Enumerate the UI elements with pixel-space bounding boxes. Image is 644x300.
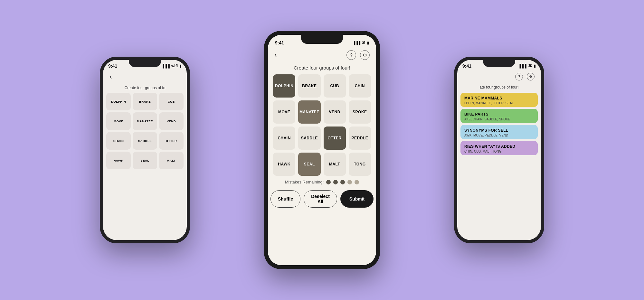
- phone-left: 9:41 ▐▐▐ wifi ▮ ‹ Create four groups of …: [100, 57, 190, 243]
- mistakes-label: Mistakes Remaining:: [285, 180, 324, 184]
- word-tile-left[interactable]: SEAL: [133, 152, 157, 169]
- status-icons-center: ▐▐▐ ⌘ ▮: [353, 41, 369, 45]
- word-grid-center: DOLPHINBRAKECUBCHINMOVEMANATEEVENDSPOKEC…: [268, 74, 376, 176]
- word-tile-center[interactable]: OTTER: [324, 127, 346, 150]
- category-title-words: RIES WHEN "A" IS ADDED: [464, 144, 534, 149]
- category-tile-bike: BIKE PARTS AKE, CHAIN, SADDLE, SPOKE: [460, 109, 538, 123]
- word-tile-left[interactable]: SADDLE: [133, 132, 157, 150]
- wifi-icon-r: ⌘: [528, 64, 532, 68]
- help-button-right[interactable]: ?: [515, 73, 523, 80]
- time-left: 9:41: [108, 63, 117, 69]
- word-tile-center[interactable]: DOLPHIN: [273, 74, 295, 98]
- word-tile-left[interactable]: DOLPHIN: [106, 93, 131, 110]
- word-tile-left[interactable]: OTTER: [159, 132, 184, 150]
- phone-right: 9:41 ▐▐▐ ⌘ ▮ ? ⚙ ate four groups of four…: [454, 57, 544, 243]
- battery-icon-c: ▮: [367, 41, 369, 45]
- word-tile-center[interactable]: SPOKE: [349, 100, 371, 124]
- word-tile-center[interactable]: TONG: [349, 153, 371, 176]
- phone-center: 9:41 ▐▐▐ ⌘ ▮ ‹ ? ⚙ Create four groups of…: [264, 31, 380, 269]
- notch-right: [483, 60, 515, 67]
- category-title-marine: MARINE MAMMALS: [464, 96, 534, 100]
- submit-button[interactable]: Submit: [340, 190, 374, 208]
- subtitle-right: ate four groups of four!: [457, 83, 541, 93]
- deselect-button[interactable]: Deselect All: [304, 190, 337, 208]
- word-tile-center[interactable]: PEDDLE: [349, 127, 371, 150]
- notch-center: [301, 35, 343, 44]
- buttons-row: Shuffle Deselect All Submit: [268, 188, 376, 213]
- signal-icon-r: ▐▐▐: [518, 64, 526, 68]
- word-tile-left[interactable]: MOVE: [106, 112, 131, 130]
- word-tile-left[interactable]: HAWK: [106, 152, 131, 169]
- word-tile-left[interactable]: CHAIN: [106, 132, 131, 150]
- wifi-icon: wifi: [171, 64, 178, 68]
- category-items-words: CHIN, CUB, MALT, TONG: [464, 150, 534, 153]
- time-center: 9:41: [275, 40, 284, 45]
- word-tile-center[interactable]: HAWK: [273, 153, 295, 176]
- signal-icon: ▐▐▐: [161, 64, 170, 68]
- word-tile-center[interactable]: SADDLE: [298, 127, 320, 150]
- shuffle-button[interactable]: Shuffle: [270, 190, 300, 208]
- categories-container: MARINE MAMMALS LPHIN, MANATEE, OTTER, SE…: [457, 93, 541, 155]
- word-grid-left: DOLPHINBRAKECUBMOVEMANATEEVENDCHAINSADDL…: [103, 93, 187, 169]
- dot-1: [326, 180, 331, 184]
- word-tile-center[interactable]: VEND: [324, 100, 346, 124]
- category-items-bike: AKE, CHAIN, SADDLE, SPOKE: [464, 117, 534, 121]
- nav-bar-left: ‹: [103, 70, 187, 84]
- word-tile-left[interactable]: CUB: [159, 93, 184, 110]
- word-tile-center[interactable]: CHAIN: [273, 127, 295, 150]
- word-tile-left[interactable]: VEND: [159, 112, 184, 130]
- nav-bar-right: ? ⚙: [457, 70, 541, 83]
- status-icons-right: ▐▐▐ ⌘ ▮: [518, 64, 536, 68]
- word-tile-center[interactable]: CUB: [324, 74, 346, 98]
- dot-3: [340, 180, 345, 184]
- category-tile-words: RIES WHEN "A" IS ADDED CHIN, CUB, MALT, …: [460, 141, 538, 155]
- word-tile-center[interactable]: SEAL: [298, 153, 320, 176]
- wifi-icon-c: ⌘: [362, 41, 365, 45]
- settings-button[interactable]: ⚙: [360, 50, 370, 60]
- word-tile-left[interactable]: MALT: [159, 152, 184, 169]
- category-title-synonyms: SYNONYMS FOR SELL: [464, 128, 534, 133]
- mistakes-row: Mistakes Remaining:: [268, 176, 376, 188]
- settings-button-right[interactable]: ⚙: [527, 73, 535, 80]
- word-tile-left[interactable]: BRAKE: [133, 93, 157, 110]
- word-tile-center[interactable]: MANATEE: [298, 100, 320, 124]
- dot-4: [347, 180, 352, 184]
- nav-icons-center: ? ⚙: [346, 50, 370, 60]
- subtitle-left: Create four groups of fo: [103, 84, 187, 93]
- time-right: 9:41: [462, 63, 471, 69]
- category-tile-marine: MARINE MAMMALS LPHIN, MANATEE, OTTER, SE…: [460, 93, 538, 107]
- word-tile-left[interactable]: MANATEE: [133, 112, 157, 130]
- category-tile-synonyms: SYNONYMS FOR SELL AWK, MOVE, PEDDLE, VEN…: [460, 125, 538, 139]
- dot-5: [355, 180, 359, 184]
- signal-icon-c: ▐▐▐: [353, 41, 360, 45]
- help-button[interactable]: ?: [346, 50, 356, 60]
- subtitle-center: Create four groups of four!: [268, 62, 376, 74]
- dot-2: [333, 180, 338, 184]
- category-items-synonyms: AWK, MOVE, PEDDLE, VEND: [464, 134, 534, 137]
- category-title-bike: BIKE PARTS: [464, 112, 534, 117]
- back-button-left[interactable]: ‹: [109, 73, 112, 81]
- battery-icon-r: ▮: [534, 64, 536, 68]
- nav-bar-center: ‹ ? ⚙: [268, 48, 376, 62]
- battery-icon: ▮: [179, 64, 182, 68]
- notch-left: [129, 60, 161, 67]
- nav-icons-right: ? ⚙: [515, 73, 535, 80]
- word-tile-center[interactable]: CHIN: [349, 74, 371, 98]
- word-tile-center[interactable]: BRAKE: [298, 74, 320, 98]
- word-tile-center[interactable]: MOVE: [273, 100, 295, 124]
- category-items-marine: LPHIN, MANATEE, OTTER, SEAL: [464, 101, 534, 105]
- back-button-center[interactable]: ‹: [274, 51, 277, 59]
- word-tile-center[interactable]: MALT: [324, 153, 346, 176]
- status-icons-left: ▐▐▐ wifi ▮: [161, 64, 182, 68]
